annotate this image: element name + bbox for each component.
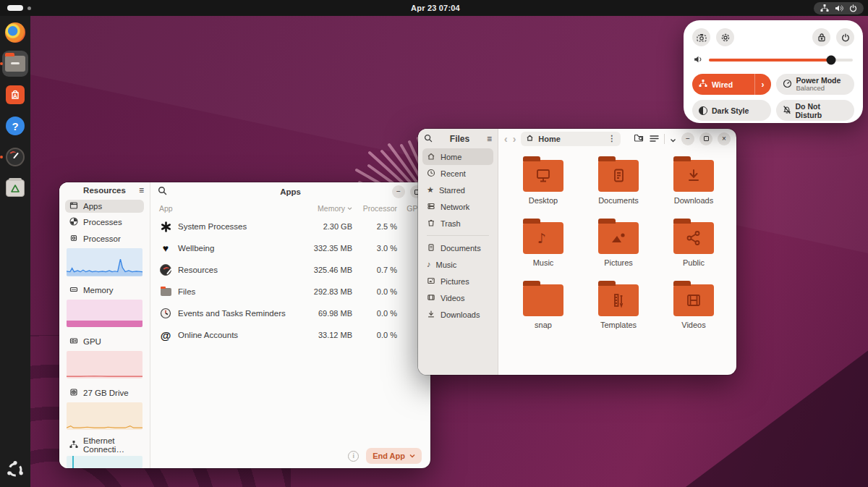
sidebar-item-label: Apps: [83, 202, 102, 211]
wired-tile[interactable]: Wired ›: [692, 74, 771, 95]
folder-label: Public: [683, 258, 705, 267]
sidebar-item-recent[interactable]: Recent: [422, 165, 493, 182]
workspace-dot[interactable]: [27, 7, 31, 10]
settings-button[interactable]: [716, 28, 734, 46]
column-app[interactable]: App: [159, 204, 290, 213]
folder-documents[interactable]: Documents: [581, 158, 656, 221]
dock-item-trash[interactable]: [2, 175, 28, 201]
documents-folder-icon: [598, 160, 639, 192]
dark-style-tile[interactable]: Dark Style: [692, 100, 771, 121]
files-header: ‹ › Home ⋮ − ×: [498, 129, 736, 148]
sidebar-item-label: Memory: [83, 286, 114, 295]
sidebar-item-processes[interactable]: Processes: [65, 216, 144, 229]
sidebar-item-apps[interactable]: Apps: [65, 200, 144, 213]
maximize-button[interactable]: [699, 132, 712, 145]
tile-label: Wired: [712, 80, 733, 89]
workspace-indicator[interactable]: [7, 5, 101, 11]
folder-label: Pictures: [604, 258, 633, 267]
close-button[interactable]: ×: [718, 132, 731, 145]
column-memory[interactable]: Memory: [290, 204, 352, 213]
quick-settings-toprow: [692, 28, 854, 46]
system-indicators[interactable]: [814, 2, 864, 14]
kebab-icon[interactable]: ⋮: [608, 134, 616, 143]
download-icon: [427, 310, 435, 320]
show-apps-button[interactable]: [2, 457, 28, 483]
sidebar-item-pictures[interactable]: Pictures: [422, 273, 493, 289]
sidebar-item-trash[interactable]: Trash: [422, 215, 493, 232]
power-button[interactable]: [836, 28, 854, 46]
sidebar-item-music[interactable]: ♪ Music: [422, 256, 493, 273]
column-processor[interactable]: Processor: [352, 204, 397, 213]
dock-item-resources[interactable]: [2, 144, 28, 170]
clock[interactable]: Apr 23 07:04: [101, 4, 770, 12]
public-folder-icon: [673, 222, 714, 254]
folder-pictures[interactable]: Pictures: [581, 221, 656, 283]
dock-item-help[interactable]: ?: [2, 113, 28, 139]
app-cpu: 0.0 %: [352, 287, 397, 296]
path-bar[interactable]: Home ⋮: [521, 132, 621, 146]
sidebar-item-memory[interactable]: Memory: [65, 284, 144, 297]
files-sidebar: Files ≡ Home Recent ★ Starred Network Tr…: [418, 129, 498, 375]
app-row-files[interactable]: Files 292.83 MB 0.0 % 0.: [150, 281, 430, 302]
resources-app-icon: [158, 264, 174, 276]
app-row-events-reminders[interactable]: Events and Tasks Reminders 69.98 MB 0.0 …: [150, 302, 430, 324]
app-row-online-accounts[interactable]: @ Online Accounts 33.12 MB 0.0 % 0.: [150, 324, 430, 346]
folder-snap[interactable]: snap: [506, 283, 581, 345]
menu-icon[interactable]: ≡: [487, 134, 492, 144]
menu-icon[interactable]: ≡: [139, 185, 144, 195]
end-app-button[interactable]: End App: [366, 448, 422, 464]
list-view-toggle[interactable]: [650, 132, 659, 145]
lock-button[interactable]: [812, 28, 830, 46]
new-folder-search-icon[interactable]: [634, 132, 644, 145]
view-options-dropdown[interactable]: [670, 132, 676, 145]
minimize-button[interactable]: −: [681, 132, 694, 145]
do-not-disturb-tile[interactable]: Do Not Disturb: [776, 100, 855, 121]
sidebar-item-processor[interactable]: Processor: [65, 232, 144, 245]
sidebar-item-label: Downloads: [441, 310, 480, 319]
dock-item-app-center[interactable]: A: [2, 82, 28, 108]
system-tray[interactable]: [770, 2, 864, 14]
sidebar-item-downloads[interactable]: Downloads: [422, 306, 493, 323]
folder-videos[interactable]: Videos: [656, 283, 731, 345]
running-indicator: [0, 156, 3, 158]
forward-button[interactable]: ›: [513, 134, 516, 144]
app-row-system-processes[interactable]: System Processes 2.30 GB 2.5 % 0.: [150, 216, 430, 237]
folder-public[interactable]: Public: [656, 221, 731, 283]
search-icon[interactable]: [424, 132, 433, 145]
resources-sidebar: Resources ≡ Apps Processes Processor Mem…: [59, 182, 150, 468]
sidebar-item-gpu[interactable]: GPU: [65, 334, 144, 347]
column-headers: App Memory Processor GPU: [150, 201, 430, 216]
downloads-folder-icon: [673, 160, 714, 192]
dock-item-firefox[interactable]: [2, 20, 28, 46]
power-mode-tile[interactable]: Power Mode Balanced: [776, 74, 855, 95]
app-row-wellbeing[interactable]: ♥ Wellbeing 332.35 MB 3.0 % 0.: [150, 237, 430, 259]
volume-handle[interactable]: [827, 56, 836, 65]
system-processes-icon: [158, 221, 174, 232]
ubuntu-logo-icon: [6, 460, 25, 479]
folder-downloads[interactable]: Downloads: [656, 158, 731, 221]
back-button[interactable]: ‹: [504, 134, 508, 144]
app-row-resources[interactable]: Resources 325.46 MB 0.7 % 0.: [150, 259, 430, 281]
sidebar-item-home[interactable]: Home: [422, 148, 493, 165]
folder-music[interactable]: ♪ Music: [506, 221, 581, 283]
volume-slider[interactable]: [709, 59, 853, 62]
sidebar-item-drive[interactable]: 27 GB Drive: [65, 386, 144, 399]
sidebar-item-starred[interactable]: ★ Starred: [422, 182, 493, 198]
app-cpu: 0.7 %: [352, 266, 397, 274]
sidebar-item-videos[interactable]: Videos: [422, 289, 493, 306]
screenshot-button[interactable]: [692, 28, 710, 46]
folder-label: Templates: [600, 321, 637, 329]
sidebar-item-label: Music: [436, 261, 457, 269]
memory-icon: [69, 285, 78, 295]
wired-expand-arrow[interactable]: ›: [754, 74, 771, 95]
minimize-button[interactable]: −: [392, 185, 405, 198]
folder-desktop[interactable]: Desktop: [506, 158, 581, 221]
dock-item-files[interactable]: [2, 51, 28, 77]
sidebar-item-label: 27 GB Drive: [83, 389, 129, 397]
info-icon[interactable]: i: [348, 451, 359, 462]
sidebar-item-network[interactable]: Network: [422, 198, 493, 215]
folder-templates[interactable]: Templates: [581, 283, 656, 345]
sidebar-item-ethernet[interactable]: Ethernet Connecti…: [65, 437, 144, 453]
workspace-pill-active[interactable]: [7, 5, 23, 11]
sidebar-item-documents[interactable]: Documents: [422, 240, 493, 256]
